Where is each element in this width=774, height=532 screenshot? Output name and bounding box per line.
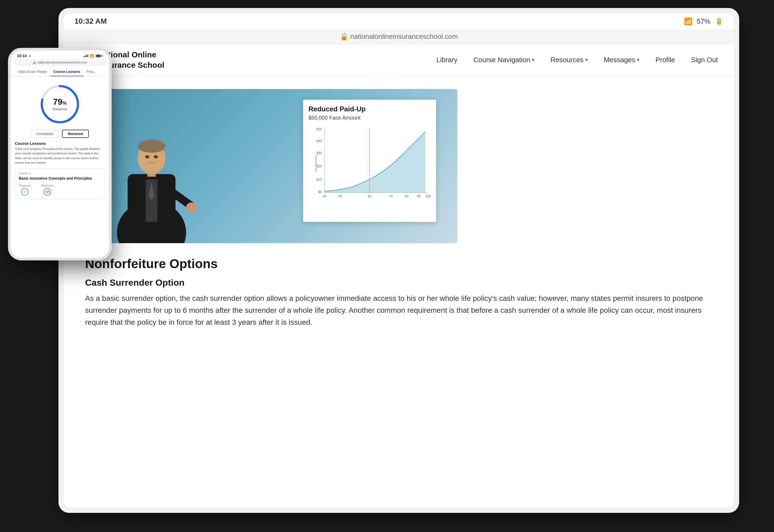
svg-text:80: 80: [405, 195, 409, 198]
nav-profile[interactable]: Profile: [655, 56, 675, 64]
lesson-card-title: Basic Insurance Concepts and Principles: [19, 176, 101, 181]
chart-title: Reduced Paid-Up: [308, 105, 431, 113]
progress-label: Mastered: [53, 107, 67, 111]
filter-mastered[interactable]: Mastered: [62, 130, 89, 138]
chevron-down-icon: ▾: [637, 57, 640, 63]
svg-text:60: 60: [368, 195, 371, 198]
nav-resources[interactable]: Resources ▾: [550, 56, 588, 64]
battery-percent: 57%: [697, 17, 710, 26]
svg-text:100: 100: [426, 195, 431, 198]
svg-text:per thousand: per thousand: [314, 155, 317, 172]
tablet-status-bar: 10:32 AM 📶 57% 🔋: [64, 13, 734, 29]
lock-icon: 🔒: [340, 32, 350, 40]
phone-tabs: State Exam Ready Course Lessons Fina...: [11, 67, 109, 77]
svg-text:40: 40: [322, 195, 326, 198]
tablet-nav: National Online Insurance School Library…: [64, 44, 734, 76]
nav-sign-out[interactable]: Sign Out: [691, 56, 718, 64]
wifi-icon: 📶: [684, 17, 692, 26]
lesson-section-title: Cash Surrender Option: [85, 277, 713, 288]
wifi-icon: 📶: [90, 54, 94, 58]
phone-device: 10:14 ↗ 📶 🔒: [8, 48, 112, 260]
svg-text:$0: $0: [318, 190, 322, 194]
progress-area: 79% Mastered: [11, 77, 109, 130]
signal-icon: [83, 54, 88, 57]
location-icon: ↗: [28, 54, 31, 58]
progress-stat-label: Progress: [19, 184, 31, 187]
progress-icon: ✓: [21, 188, 28, 196]
svg-point-6: [138, 140, 165, 153]
tablet-status-right: 📶 57% 🔋: [684, 17, 723, 26]
nav-course-navigation[interactable]: Course Navigation ▾: [473, 56, 535, 64]
course-lessons-desc: Track your progress throughout the cours…: [11, 147, 109, 168]
video-frame[interactable]: Reduced Paid-Up $50,000 Face Amount: [85, 89, 457, 243]
battery-icon: 🔋: [715, 17, 723, 26]
mastered-icon: ↺: [44, 188, 51, 196]
svg-text:$40: $40: [316, 139, 322, 143]
svg-text:70: 70: [389, 195, 393, 198]
stat-progress: Progress ✓: [19, 184, 31, 196]
filter-buttons: Completed Mastered: [11, 130, 109, 141]
stat-mastered: Mastered ↺: [41, 184, 53, 196]
battery-icon: [96, 54, 103, 57]
svg-text:$30: $30: [316, 151, 322, 155]
progress-percent: 79%: [53, 98, 67, 106]
chart-box: Reduced Paid-Up $50,000 Face Amount: [303, 100, 436, 222]
progress-text: 79% Mastered: [53, 98, 67, 111]
phone-address-bar[interactable]: 🔒 nationalonlineinsuranceschool.com: [14, 59, 106, 66]
phone-url: nationalonlineinsuranceschool.com: [37, 61, 87, 64]
presenter-area: [101, 105, 202, 243]
phone-time: 10:14 ↗: [17, 54, 31, 58]
phone-status-bar: 10:14 ↗ 📶: [11, 50, 109, 59]
lesson-body-text: As a basic surrender option, the cash su…: [85, 293, 713, 328]
tablet-device: 10:32 AM 📶 57% 🔋 🔒 nationalonlineinsuran…: [58, 8, 739, 513]
tablet-url: nationalonlineinsuranceschool.com: [350, 32, 458, 40]
lesson-card[interactable]: Lesson 1 Basic Insurance Concepts and Pr…: [15, 168, 105, 199]
svg-text:90: 90: [417, 195, 421, 198]
lesson-card-label: Lesson 1: [19, 172, 101, 175]
svg-text:50: 50: [338, 195, 342, 198]
svg-point-7: [145, 155, 149, 158]
chart-subtitle: $50,000 Face Amount: [308, 115, 431, 121]
course-lessons-title: Course Lessons: [11, 141, 109, 147]
lock-icon: 🔒: [32, 61, 37, 64]
svg-text:$10: $10: [316, 178, 322, 181]
tab-state-exam-ready[interactable]: State Exam Ready: [15, 67, 50, 76]
chevron-down-icon: ▾: [532, 57, 535, 63]
filter-completed[interactable]: Completed: [31, 130, 59, 138]
tab-course-lessons[interactable]: Course Lessons: [50, 67, 83, 76]
lesson-card-footer: Progress ✓ Mastered ↺: [19, 184, 101, 196]
nav-library[interactable]: Library: [436, 56, 457, 64]
svg-text:$50: $50: [316, 127, 322, 131]
chart-area: $50 $40 $30 $20 $10 $0 40 50 60 70 80: [308, 126, 431, 206]
svg-point-8: [154, 155, 158, 158]
nav-messages[interactable]: Messages ▾: [604, 56, 640, 64]
chevron-down-icon: ▾: [585, 57, 588, 63]
tablet-content: Reduced Paid-Up $50,000 Face Amount: [64, 76, 734, 341]
tablet-address-bar[interactable]: 🔒 nationalonlineinsuranceschool.com: [64, 29, 734, 44]
phone-status-icons: 📶: [83, 54, 103, 58]
lesson-title: Nonforfeiture Options: [85, 256, 713, 271]
mastered-stat-label: Mastered: [41, 184, 53, 187]
tablet-time: 10:32 AM: [74, 17, 107, 26]
tab-fina[interactable]: Fina...: [83, 67, 99, 76]
progress-circle: 79% Mastered: [39, 83, 81, 125]
svg-point-10: [186, 202, 197, 212]
